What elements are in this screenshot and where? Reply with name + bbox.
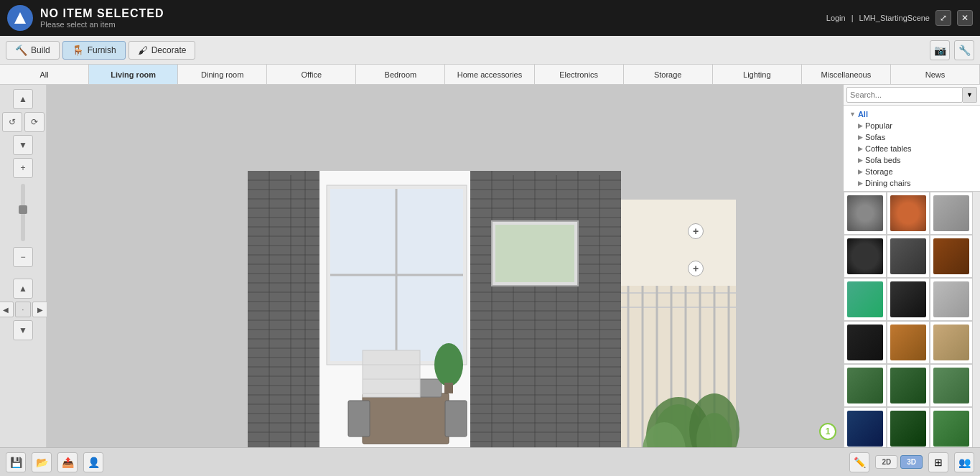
tree-arrow: ▶: [858, 145, 863, 152]
pan-down-button[interactable]: ▼: [13, 320, 33, 340]
decorate-label: Decorate: [151, 45, 187, 55]
build-label: Build: [31, 45, 50, 55]
product-item-5[interactable]: [887, 235, 930, 278]
search-dropdown-button[interactable]: ▼: [963, 87, 977, 103]
tree-item-all[interactable]: ▼All: [846, 108, 977, 120]
product-item-12[interactable]: [930, 321, 973, 364]
cat-tab-storage[interactable]: Storage: [624, 65, 713, 84]
export-button[interactable]: 📤: [57, 452, 78, 472]
product-item-1[interactable]: [844, 192, 887, 235]
pan-right-button[interactable]: ▶: [32, 302, 48, 317]
login-link[interactable]: Login: [826, 14, 846, 22]
product-item-3[interactable]: [930, 192, 973, 235]
build-button[interactable]: 🔨 Build: [6, 41, 60, 60]
cat-tab-bedroom[interactable]: Bedroom: [356, 65, 445, 84]
zoom-out-button[interactable]: −: [13, 247, 33, 267]
tree-item-sofa-beds[interactable]: ▶Sofa beds: [846, 154, 977, 166]
svg-rect-113: [444, 383, 453, 393]
reset-button[interactable]: ⟳: [24, 112, 45, 132]
view-3d-button[interactable]: 3D: [900, 455, 923, 469]
tree-item-dining-chairs[interactable]: ▶Dining chairs: [846, 177, 977, 189]
cat-tab-living-room[interactable]: Living room: [89, 65, 178, 84]
tree-arrow: ▶: [858, 134, 863, 141]
product-row: [844, 278, 980, 321]
sidebar-tree: ▼All▶Popular▶Sofas▶Coffee tables▶Sofa be…: [844, 106, 980, 192]
app-logo: [7, 5, 33, 31]
view-2d-button[interactable]: 2D: [875, 455, 897, 469]
toolbar-right: 📷 🔧: [930, 40, 974, 60]
cat-tab-dining-room[interactable]: Dining room: [178, 65, 267, 84]
cat-tab-lighting[interactable]: Lighting: [713, 65, 802, 84]
product-item-13[interactable]: [844, 364, 887, 407]
svg-rect-44: [470, 171, 621, 447]
product-item-2[interactable]: [887, 192, 930, 235]
tree-arrow: ▶: [858, 168, 863, 175]
product-thumb: [847, 238, 883, 274]
rotate-down-button[interactable]: ▼: [13, 135, 33, 155]
product-item-8[interactable]: [887, 278, 930, 321]
cat-tab-miscellaneous[interactable]: Miscellaneous: [802, 65, 891, 84]
header-right: Login | LMH_StartingScene ⤢ ✕: [826, 10, 973, 26]
product-item-10[interactable]: [844, 321, 887, 364]
product-row: [844, 407, 980, 447]
search-bar: ▼: [844, 85, 980, 106]
header-title-block: NO ITEM SELECTED Please select an item: [40, 7, 164, 29]
expand-down-button[interactable]: +: [688, 261, 704, 276]
share-button[interactable]: 👤: [83, 452, 103, 472]
product-item-18[interactable]: [930, 407, 973, 447]
right-sidebar: ▼ ▼All▶Popular▶Sofas▶Coffee tables▶Sofa …: [844, 85, 980, 447]
product-item-4[interactable]: [844, 235, 887, 278]
rotate-left-button[interactable]: ↺: [2, 112, 22, 132]
cat-tab-all[interactable]: All: [0, 65, 89, 84]
maximize-button[interactable]: ⤢: [935, 10, 951, 26]
fullscreen-button[interactable]: ⊞: [928, 452, 948, 472]
tree-item-popular[interactable]: ▶Popular: [846, 120, 977, 131]
decorate-icon: 🖌: [138, 45, 148, 56]
tree-item-coffee-tables[interactable]: ▶Coffee tables: [846, 143, 977, 154]
bottom-bar: 💾 📂 📤 👤 ✏️ 2D 3D ⊞ 👥: [0, 447, 980, 476]
close-button[interactable]: ✕: [957, 10, 973, 26]
product-item-6[interactable]: [930, 235, 973, 278]
product-thumb: [847, 195, 883, 231]
product-item-9[interactable]: [930, 278, 973, 321]
open-button[interactable]: 📂: [32, 452, 52, 472]
pan-center-button[interactable]: ·: [15, 302, 31, 317]
product-item-15[interactable]: [930, 364, 973, 407]
settings-button[interactable]: 🔧: [954, 40, 974, 60]
zoom-track[interactable]: [21, 184, 25, 241]
camera-button[interactable]: 📷: [930, 40, 950, 60]
build-icon: 🔨: [15, 45, 27, 56]
pan-left-button[interactable]: ◀: [0, 302, 14, 317]
save-button[interactable]: 💾: [6, 452, 26, 472]
furnish-button[interactable]: 🪑 Furnish: [62, 41, 126, 60]
product-thumb: [933, 368, 969, 403]
cat-tab-news[interactable]: News: [891, 65, 980, 84]
edit-button[interactable]: ✏️: [849, 452, 869, 472]
zoom-thumb: [19, 205, 27, 214]
product-row: [844, 235, 980, 278]
product-item-11[interactable]: [887, 321, 930, 364]
rotate-up-button[interactable]: ▲: [13, 89, 33, 109]
tree-item-storage[interactable]: ▶Storage: [846, 166, 977, 177]
tree-arrow: ▼: [849, 111, 856, 118]
product-thumb: [847, 411, 883, 447]
product-item-16[interactable]: [844, 407, 887, 447]
product-thumb: [890, 281, 926, 317]
search-input[interactable]: [846, 87, 963, 103]
header: NO ITEM SELECTED Please select an item L…: [0, 0, 980, 36]
zoom-in-button[interactable]: +: [13, 158, 33, 178]
tree-arrow: ▶: [858, 122, 863, 129]
expand-up-button[interactable]: +: [688, 223, 704, 239]
svg-rect-103: [363, 393, 449, 444]
cat-tab-home-accessories[interactable]: Home accessories: [445, 65, 534, 84]
pan-up-button[interactable]: ▲: [13, 279, 33, 299]
people-button[interactable]: 👥: [954, 452, 974, 472]
product-thumb: [933, 281, 969, 317]
product-item-17[interactable]: [887, 407, 930, 447]
product-item-14[interactable]: [887, 364, 930, 407]
cat-tab-office[interactable]: Office: [267, 65, 356, 84]
cat-tab-electronics[interactable]: Electronics: [535, 65, 624, 84]
decorate-button[interactable]: 🖌 Decorate: [129, 41, 196, 60]
tree-item-sofas[interactable]: ▶Sofas: [846, 131, 977, 143]
product-item-7[interactable]: [844, 278, 887, 321]
